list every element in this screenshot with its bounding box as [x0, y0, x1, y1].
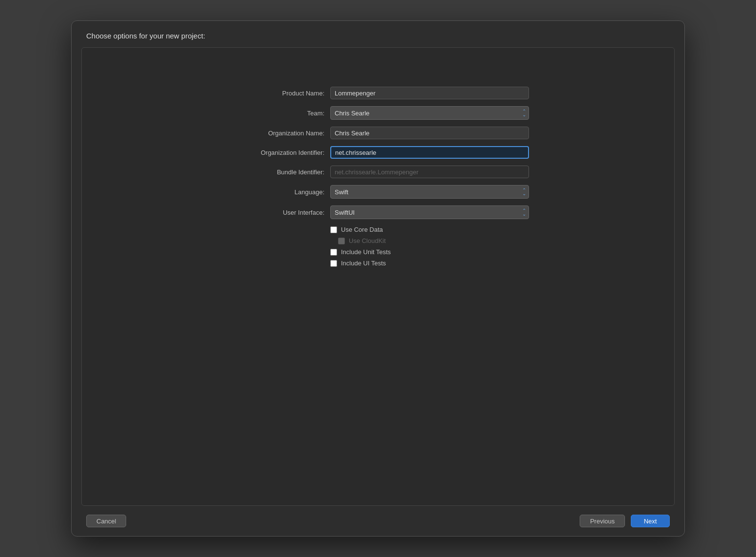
org-name-row: Organization Name:: [227, 127, 529, 139]
checkboxes-area: Use Core Data Use CloudKit I: [227, 226, 529, 267]
use-cloudkit-row: Use CloudKit: [227, 237, 529, 244]
use-cloudkit-item: Use CloudKit: [338, 237, 386, 244]
footer-right: Previous Next: [580, 515, 670, 527]
footer-left: Cancel: [86, 515, 126, 527]
product-name-input[interactable]: [330, 87, 529, 99]
previous-button[interactable]: Previous: [580, 515, 625, 527]
user-interface-select-wrapper: SwiftUI Storyboard: [330, 205, 529, 219]
team-select-wrapper: Chris Searle: [330, 106, 529, 120]
include-ui-tests-row: Include UI Tests: [227, 260, 529, 267]
next-button[interactable]: Next: [631, 515, 670, 527]
use-cloudkit-checkbox[interactable]: [338, 238, 345, 244]
team-label: Team:: [227, 110, 324, 117]
team-row: Team: Chris Searle: [227, 106, 529, 120]
use-core-data-item: Use Core Data: [330, 226, 383, 233]
use-core-data-row: Use Core Data: [227, 226, 529, 233]
org-identifier-label: Organization Identifier:: [227, 149, 324, 156]
include-unit-tests-item: Include Unit Tests: [330, 248, 391, 256]
language-select-wrapper: Swift Objective-C: [330, 185, 529, 199]
use-core-data-checkbox[interactable]: [330, 226, 337, 233]
org-name-label: Organization Name:: [227, 130, 324, 137]
language-row: Language: Swift Objective-C: [227, 185, 529, 199]
bundle-identifier-row: Bundle Identifier:: [227, 166, 529, 178]
language-label: Language:: [227, 188, 324, 196]
org-identifier-input[interactable]: [330, 146, 529, 159]
dialog-title: Choose options for your new project:: [86, 32, 205, 40]
include-ui-tests-label: Include UI Tests: [341, 260, 386, 267]
bundle-identifier-input: [330, 166, 529, 178]
include-unit-tests-checkbox[interactable]: [330, 249, 337, 256]
use-core-data-label: Use Core Data: [341, 226, 383, 233]
org-name-input[interactable]: [330, 127, 529, 139]
team-select[interactable]: Chris Searle: [330, 106, 529, 120]
form-container: Product Name: Team: Chris Searle Organiz…: [227, 87, 529, 271]
cancel-button[interactable]: Cancel: [86, 515, 126, 527]
include-ui-tests-item: Include UI Tests: [330, 260, 386, 267]
dialog-header: Choose options for your new project:: [72, 21, 684, 47]
dialog-content: Product Name: Team: Chris Searle Organiz…: [81, 47, 675, 506]
project-options-dialog: Choose options for your new project: Pro…: [71, 20, 685, 537]
user-interface-row: User Interface: SwiftUI Storyboard: [227, 205, 529, 219]
include-unit-tests-label: Include Unit Tests: [341, 248, 391, 256]
user-interface-select[interactable]: SwiftUI Storyboard: [330, 205, 529, 219]
product-name-label: Product Name:: [227, 90, 324, 97]
product-name-row: Product Name:: [227, 87, 529, 99]
use-cloudkit-label: Use CloudKit: [349, 237, 386, 244]
include-unit-tests-row: Include Unit Tests: [227, 248, 529, 256]
bundle-identifier-label: Bundle Identifier:: [227, 168, 324, 176]
language-select[interactable]: Swift Objective-C: [330, 185, 529, 199]
include-ui-tests-checkbox[interactable]: [330, 260, 337, 267]
dialog-footer: Cancel Previous Next: [72, 506, 684, 536]
user-interface-label: User Interface:: [227, 209, 324, 216]
org-identifier-row: Organization Identifier:: [227, 146, 529, 159]
